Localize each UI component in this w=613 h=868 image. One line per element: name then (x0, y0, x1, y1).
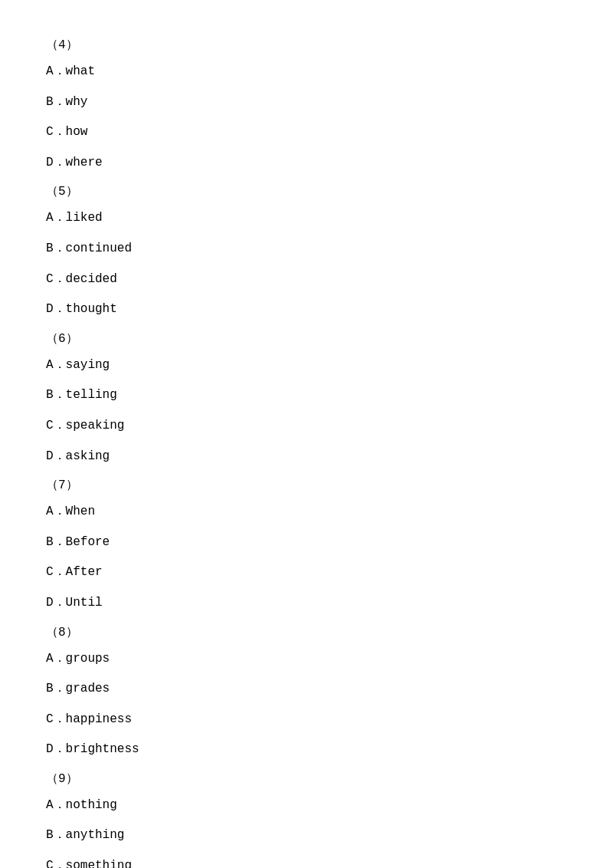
option-q6-3[interactable]: D．asking (46, 447, 567, 467)
option-q8-1[interactable]: B．grades (46, 679, 567, 699)
option-q5-2[interactable]: C．decided (46, 270, 567, 290)
option-q7-3[interactable]: D．Until (46, 593, 567, 613)
option-q8-2[interactable]: C．happiness (46, 710, 567, 730)
question-number-q8: （8） (46, 624, 567, 640)
option-q5-1[interactable]: B．continued (46, 239, 567, 259)
main-content: （4）A．whatB．whyC．howD．where（5）A．likedB．co… (0, 0, 613, 868)
option-q7-0[interactable]: A．When (46, 502, 567, 522)
question-number-q9: （9） (46, 771, 567, 787)
option-q4-1[interactable]: B．why (46, 93, 567, 113)
option-q4-2[interactable]: C．how (46, 123, 567, 143)
option-q7-1[interactable]: B．Before (46, 533, 567, 553)
option-q6-1[interactable]: B．telling (46, 386, 567, 406)
option-q5-0[interactable]: A．liked (46, 209, 567, 229)
question-number-q7: （7） (46, 477, 567, 493)
question-number-q4: （4） (46, 37, 567, 53)
option-q9-0[interactable]: A．nothing (46, 796, 567, 816)
question-number-q6: （6） (46, 330, 567, 347)
option-q4-3[interactable]: D．where (46, 153, 567, 173)
question-number-q5: （5） (46, 183, 567, 199)
option-q4-0[interactable]: A．what (46, 62, 567, 82)
option-q6-0[interactable]: A．saying (46, 356, 567, 376)
option-q9-1[interactable]: B．anything (46, 826, 567, 846)
option-q8-3[interactable]: D．brightness (46, 740, 567, 760)
option-q7-2[interactable]: C．After (46, 563, 567, 583)
option-q8-0[interactable]: A．groups (46, 649, 567, 669)
option-q6-2[interactable]: C．speaking (46, 416, 567, 436)
option-q5-3[interactable]: D．thought (46, 300, 567, 320)
option-q9-2[interactable]: C．something (46, 856, 567, 868)
